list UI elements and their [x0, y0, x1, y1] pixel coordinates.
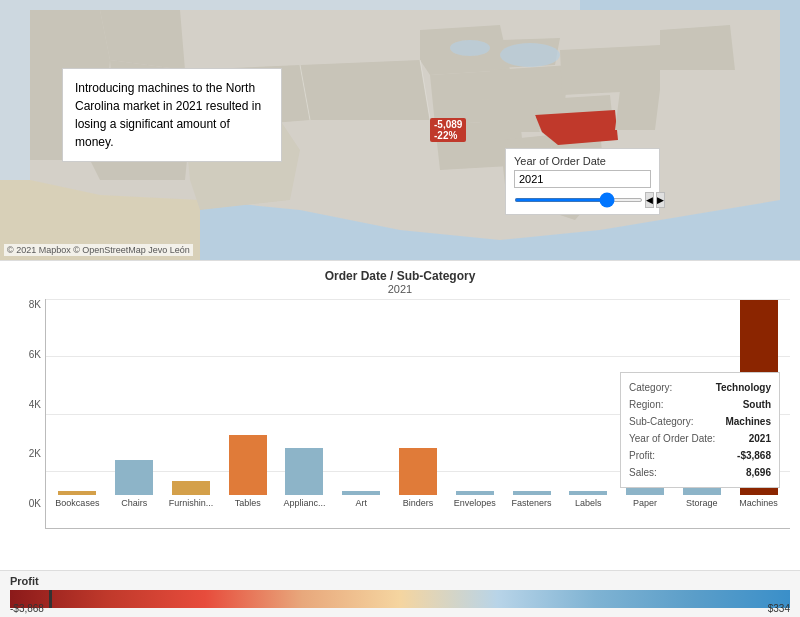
bar-label: Paper	[619, 498, 672, 508]
tt-sales-label: Sales:	[629, 464, 657, 481]
chart-tooltip: Category: Technology Region: South Sub-C…	[620, 372, 780, 488]
bar-label: Tables	[221, 498, 274, 508]
chart-title: Order Date / Sub-Category	[10, 269, 790, 283]
bar-label: Bookcases	[51, 498, 104, 508]
bar-group[interactable]: Art	[335, 491, 388, 508]
bar-group[interactable]: Tables	[221, 435, 274, 508]
year-prev-button[interactable]: ◀	[645, 192, 654, 208]
tt-region-value: South	[743, 396, 771, 413]
bar-label: Applianc...	[278, 498, 331, 508]
svg-marker-22	[560, 45, 660, 95]
bar-group[interactable]: Binders	[392, 448, 445, 508]
chart-area: 8K 6K 4K 2K 0K BookcasesChairsFurnishin.…	[10, 299, 790, 529]
bar[interactable]	[229, 435, 267, 495]
y-label-2k: 2K	[29, 448, 41, 459]
year-filter-controls: ◀ ▶	[514, 192, 651, 208]
profit-marker	[49, 590, 52, 608]
chart-section: Order Date / Sub-Category 2021 8K 6K 4K …	[0, 260, 800, 570]
profit-gradient	[10, 590, 790, 608]
svg-marker-21	[490, 65, 570, 100]
bar-label: Art	[335, 498, 388, 508]
y-label-0k: 0K	[29, 498, 41, 509]
map-section: -5,089 -22% Introducing machines to the …	[0, 0, 800, 260]
bar-group[interactable]: Furnishin...	[165, 481, 218, 508]
chart-subtitle: 2021	[10, 283, 790, 295]
profit-min: -$3,868	[10, 603, 44, 614]
svg-point-26	[500, 43, 560, 67]
chart-inner: BookcasesChairsFurnishin...TablesApplian…	[45, 299, 790, 529]
tt-category-label: Category:	[629, 379, 672, 396]
bar-group[interactable]: Labels	[562, 491, 615, 508]
svg-point-27	[450, 40, 490, 56]
profit-max: $334	[768, 603, 790, 614]
bar[interactable]	[399, 448, 437, 495]
bar[interactable]	[456, 491, 494, 495]
tt-profit-value: -$3,868	[737, 447, 771, 464]
svg-marker-19	[480, 115, 540, 132]
bar-label: Furnishin...	[165, 498, 218, 508]
bar[interactable]	[172, 481, 210, 495]
tt-subcategory-label: Sub-Category:	[629, 413, 693, 430]
tt-region-label: Region:	[629, 396, 663, 413]
nc-value-label: -5,089 -22%	[430, 118, 466, 142]
profit-label: Profit	[10, 575, 790, 587]
svg-marker-24	[615, 90, 660, 130]
y-label-4k: 4K	[29, 399, 41, 410]
tt-category-value: Technology	[716, 379, 771, 396]
bar[interactable]	[115, 460, 153, 495]
bar-label: Chairs	[108, 498, 161, 508]
bar-label: Storage	[675, 498, 728, 508]
bar[interactable]	[569, 491, 607, 495]
bar-label: Binders	[392, 498, 445, 508]
bar-group[interactable]: Bookcases	[51, 491, 104, 508]
year-slider[interactable]	[514, 198, 643, 202]
y-label-6k: 6K	[29, 349, 41, 360]
bar[interactable]	[513, 491, 551, 495]
year-filter[interactable]: Year of Order Date ◀ ▶	[505, 148, 660, 215]
year-filter-input[interactable]	[514, 170, 651, 188]
bar[interactable]	[285, 448, 323, 495]
bar-label: Labels	[562, 498, 615, 508]
tt-sales-value: 8,696	[746, 464, 771, 481]
bar-label: Fasteners	[505, 498, 558, 508]
svg-marker-11	[300, 60, 430, 120]
y-label-8k: 8K	[29, 299, 41, 310]
bar-group[interactable]: Fasteners	[505, 491, 558, 508]
tt-subcategory-value: Machines	[725, 413, 771, 430]
bar-label: Envelopes	[448, 498, 501, 508]
year-next-button[interactable]: ▶	[656, 192, 665, 208]
bar[interactable]	[58, 491, 96, 495]
profit-bar-section: Profit -$3,868 $334	[0, 570, 800, 617]
tt-year-label: Year of Order Date:	[629, 430, 715, 447]
bar-group[interactable]: Chairs	[108, 460, 161, 508]
profit-gradient-container: -$3,868 $334	[10, 590, 790, 612]
tt-profit-label: Profit:	[629, 447, 655, 464]
year-filter-label: Year of Order Date	[514, 155, 651, 167]
bar[interactable]	[342, 491, 380, 495]
annotation-box: Introducing machines to the North Caroli…	[62, 68, 282, 162]
bar-group[interactable]: Envelopes	[448, 491, 501, 508]
bar-label: Machines	[732, 498, 785, 508]
annotation-text: Introducing machines to the North Caroli…	[75, 81, 261, 149]
map-credit: © 2021 Mapbox © OpenStreetMap Jevo León	[4, 244, 193, 256]
svg-marker-23	[660, 25, 735, 70]
bar-group[interactable]: Applianc...	[278, 448, 331, 508]
y-axis: 8K 6K 4K 2K 0K	[10, 299, 45, 529]
tt-year-value: 2021	[749, 430, 771, 447]
